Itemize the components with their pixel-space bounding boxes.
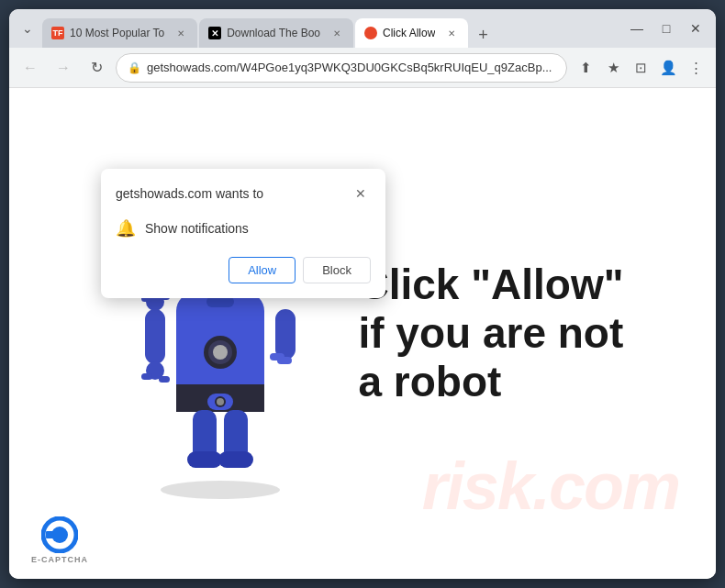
notification-popup: getshowads.com wants to ✕ 🔔 Show notific… [101, 169, 385, 298]
menu-icon[interactable]: ⋮ [683, 55, 708, 81]
toolbar-icons: ⬆ ★ ⊡ 👤 ⋮ [573, 55, 708, 81]
svg-rect-3 [159, 376, 170, 383]
minimize-button[interactable]: — [624, 16, 650, 41]
ecaptcha-label: E-CAPTCHA [31, 555, 88, 564]
bell-icon: 🔔 [116, 218, 136, 239]
permission-text: Show notifications [145, 221, 249, 236]
back-button[interactable]: ← [17, 54, 44, 82]
toolbar: ← → ↻ 🔒 getshowads.com/W4PGoe1yq3PWKQ3DU… [9, 48, 716, 88]
block-button[interactable]: Block [303, 257, 371, 283]
svg-rect-43 [46, 531, 53, 538]
svg-rect-37 [218, 451, 253, 468]
share-icon[interactable]: ⬆ [573, 55, 598, 81]
popup-buttons: Allow Block [116, 257, 371, 283]
title-bar: ⌄ TF 10 Most Popular To ✕ ✕ Download The… [9, 9, 716, 48]
page-main: Click "Allow" if you are not a robot [9, 88, 716, 579]
tab3-close[interactable]: ✕ [444, 26, 459, 40]
main-text-line3: a robot [358, 358, 623, 406]
svg-rect-0 [145, 309, 165, 364]
page-content: risk.com getshowads.com wants to ✕ 🔔 Sho… [9, 88, 716, 579]
tab-2[interactable]: ✕ Download The Boo ✕ [199, 18, 353, 48]
tabs-area: TF 10 Most Popular To ✕ ✕ Download The B… [42, 9, 613, 48]
lock-icon: 🔒 [128, 61, 141, 74]
new-tab-button[interactable]: + [470, 22, 496, 48]
window-controls: — □ ✕ [624, 16, 708, 41]
svg-rect-6 [277, 357, 292, 364]
tabs-resize-icon[interactable]: ⌄ [17, 17, 39, 39]
svg-rect-2 [141, 373, 152, 380]
tab3-favicon [364, 27, 377, 39]
tab2-favicon: ✕ [208, 27, 221, 39]
svg-rect-36 [187, 451, 222, 468]
profile-icon[interactable]: 👤 [655, 55, 681, 81]
split-screen-icon[interactable]: ⊡ [628, 55, 653, 81]
main-text-line2: if you are not [358, 309, 623, 358]
popup-permission-row: 🔔 Show notifications [116, 215, 371, 242]
svg-point-15 [213, 345, 228, 360]
tab-1[interactable]: TF 10 Most Popular To ✕ [42, 18, 197, 48]
popup-title: getshowads.com wants to [116, 186, 263, 201]
tab2-close[interactable]: ✕ [329, 26, 344, 40]
popup-header: getshowads.com wants to ✕ [116, 183, 371, 204]
tab1-label: 10 Most Popular To [70, 27, 164, 39]
svg-point-12 [217, 398, 224, 405]
popup-close-button[interactable]: ✕ [351, 183, 371, 204]
allow-button[interactable]: Allow [229, 257, 296, 283]
main-text-line1: Click "Allow" [358, 261, 623, 309]
ecaptcha-area: E-CAPTCHA [31, 516, 88, 564]
svg-point-42 [51, 527, 68, 543]
bookmark-icon[interactable]: ★ [600, 55, 626, 81]
tab-3[interactable]: Click Allow ✕ [355, 18, 468, 48]
svg-rect-4 [275, 309, 296, 360]
tab1-favicon: TF [51, 27, 64, 39]
ecaptcha-logo-icon [41, 516, 78, 553]
forward-button[interactable]: → [50, 54, 77, 82]
reload-button[interactable]: ↻ [83, 54, 110, 82]
close-button[interactable]: ✕ [683, 16, 708, 41]
tab2-label: Download The Boo [227, 27, 320, 39]
tab3-label: Click Allow [383, 27, 435, 39]
tab1-close[interactable]: ✕ [173, 26, 188, 40]
address-bar[interactable]: 🔒 getshowads.com/W4PGoe1yq3PWKQ3DU0GKCsB… [116, 53, 567, 83]
maximize-button[interactable]: □ [653, 16, 679, 41]
address-text: getshowads.com/W4PGoe1yq3PWKQ3DU0GKCsBq5… [147, 61, 555, 74]
browser-window: ⌄ TF 10 Most Popular To ✕ ✕ Download The… [9, 9, 716, 579]
main-text: Click "Allow" if you are not a robot [358, 261, 623, 406]
